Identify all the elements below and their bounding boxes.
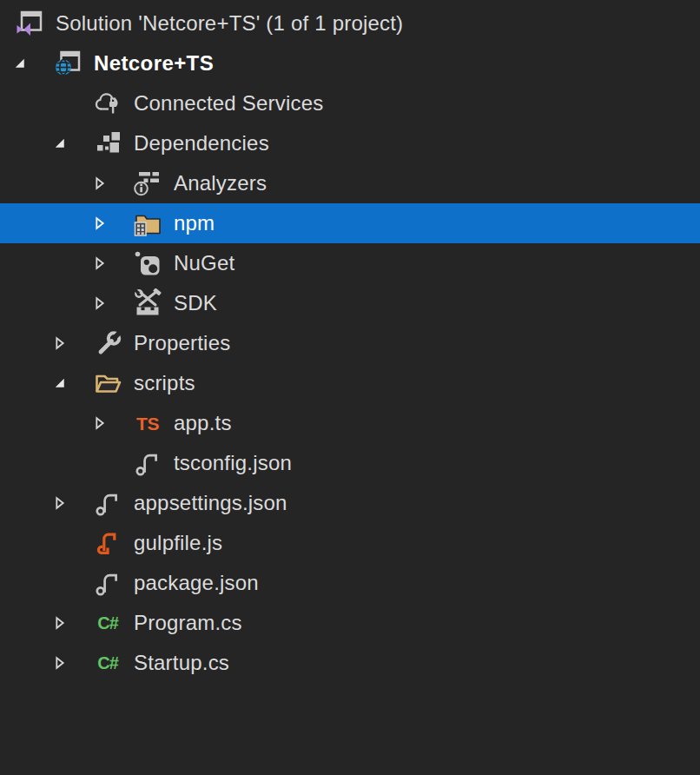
- tree-row-label: Dependencies: [134, 131, 269, 156]
- expander-collapsed-icon[interactable]: [90, 294, 109, 313]
- tree-row-label: app.ts: [174, 411, 232, 435]
- analyzers-icon: [132, 168, 163, 199]
- tree-row-gulpfile-js[interactable]: gulpfile.js: [0, 523, 700, 563]
- expander-collapsed-icon[interactable]: [90, 414, 109, 433]
- expander-collapsed-icon[interactable]: [90, 214, 109, 233]
- tree-row-package-json[interactable]: package.json: [0, 563, 700, 603]
- expander: [50, 94, 69, 113]
- tree-row-nuget[interactable]: NuGet: [0, 243, 700, 283]
- tree-row-analyzers[interactable]: Analyzers: [0, 163, 700, 203]
- tree-row-npm[interactable]: npm: [0, 203, 700, 243]
- tree-row-label: Analyzers: [174, 171, 267, 195]
- folder-open-icon: [92, 368, 123, 399]
- tree-row-connected-services[interactable]: Connected Services: [0, 83, 700, 123]
- tree-row-scripts[interactable]: scripts: [0, 363, 700, 403]
- tree-row-label: SDK: [174, 291, 217, 315]
- tree-row-netcore-ts[interactable]: Netcore+TS: [0, 43, 700, 83]
- tree-row-program-cs[interactable]: C# Program.cs: [0, 603, 700, 643]
- tree-row-sdk[interactable]: SDK: [0, 283, 700, 323]
- tree-row-dependencies[interactable]: Dependencies: [0, 123, 700, 163]
- expander-expanded-icon[interactable]: [50, 374, 69, 393]
- tree-row-label: Solution 'Netcore+TS' (1 of 1 project): [56, 11, 403, 36]
- expander: [90, 454, 109, 473]
- solution-explorer-tree: Solution 'Netcore+TS' (1 of 1 project) N…: [0, 0, 700, 683]
- expander-expanded-icon[interactable]: [50, 134, 69, 153]
- javascript-icon: [92, 527, 123, 559]
- tree-row-label: tsconfig.json: [174, 451, 292, 475]
- npm-folder-icon: [132, 208, 163, 239]
- tree-row-label: Properties: [134, 331, 230, 355]
- tree-row-label: NuGet: [174, 251, 234, 275]
- tree-row-label: gulpfile.js: [134, 531, 222, 555]
- expander-expanded-icon[interactable]: [10, 54, 30, 73]
- tree-row-label: scripts: [134, 371, 195, 395]
- csharp-icon: C#: [92, 647, 123, 679]
- json-icon: [92, 487, 123, 519]
- expander: [50, 533, 69, 553]
- tree-row-label: Program.cs: [134, 611, 242, 635]
- expander: [50, 573, 69, 593]
- solution-icon: [14, 8, 45, 39]
- expander-collapsed-icon[interactable]: [50, 613, 69, 633]
- connected-services-icon: [92, 88, 123, 119]
- expander-collapsed-icon[interactable]: [50, 653, 69, 672]
- nuget-icon: [132, 248, 163, 279]
- tree-row-properties[interactable]: Properties: [0, 323, 700, 363]
- tree-row-label: package.json: [134, 571, 259, 595]
- json-icon: [132, 447, 163, 479]
- dependencies-icon: [92, 128, 123, 159]
- expander-collapsed-icon[interactable]: [90, 174, 109, 193]
- tree-row-label: Startup.cs: [134, 651, 229, 675]
- tree-row-solution-netcore-ts-1-of-1-project[interactable]: Solution 'Netcore+TS' (1 of 1 project): [0, 3, 700, 43]
- tree-row-label: appsettings.json: [134, 491, 287, 515]
- webapp-project-icon: [52, 48, 83, 79]
- csharp-icon: C#: [92, 607, 123, 639]
- tree-row-app-ts[interactable]: TS app.ts: [0, 403, 700, 443]
- tree-row-tsconfig-json[interactable]: tsconfig.json: [0, 443, 700, 483]
- tree-row-label: npm: [174, 211, 215, 235]
- sdk-icon: [132, 288, 163, 319]
- wrench-icon: [92, 328, 123, 359]
- json-icon: [92, 567, 123, 599]
- expander-collapsed-icon[interactable]: [50, 334, 69, 353]
- tree-row-appsettings-json[interactable]: appsettings.json: [0, 483, 700, 523]
- tree-row-startup-cs[interactable]: C# Startup.cs: [0, 643, 700, 683]
- tree-row-label: Netcore+TS: [94, 51, 214, 76]
- expander-collapsed-icon[interactable]: [50, 493, 69, 513]
- tree-row-label: Connected Services: [134, 91, 323, 116]
- expander-collapsed-icon[interactable]: [90, 254, 109, 273]
- typescript-icon: TS: [132, 407, 163, 439]
